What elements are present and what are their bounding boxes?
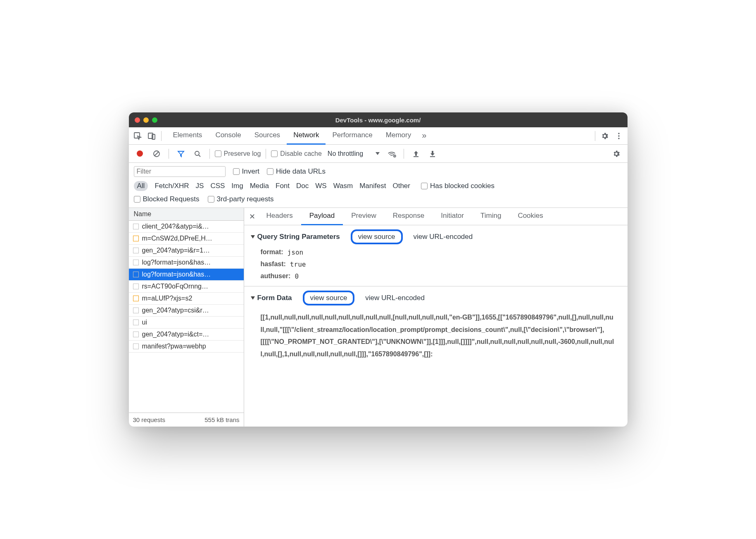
invert-checkbox[interactable]: Invert — [233, 167, 260, 176]
request-list[interactable]: client_204?&atyp=i&…m=CnSW2d,DPreE,H…gen… — [129, 221, 244, 413]
network-main: Name client_204?&atyp=i&…m=CnSW2d,DPreE,… — [129, 208, 628, 427]
type-filter-css[interactable]: CSS — [210, 182, 225, 190]
checkbox-icon — [271, 150, 278, 157]
tab-performance[interactable]: Performance — [326, 127, 379, 145]
disclosure-triangle-icon — [251, 296, 255, 300]
request-row[interactable]: m=CnSW2d,DPreE,H… — [129, 233, 244, 245]
svg-point-4 — [618, 135, 620, 137]
detail-tab-timing[interactable]: Timing — [472, 208, 509, 225]
preserve-log-checkbox[interactable]: Preserve log — [215, 150, 261, 157]
filter-input[interactable] — [134, 166, 226, 177]
request-row[interactable]: log?format=json&has… — [129, 257, 244, 269]
tab-elements[interactable]: Elements — [166, 127, 209, 145]
request-name: m=aLUfP?xjs=s2 — [142, 295, 193, 302]
type-filter-all[interactable]: All — [134, 181, 148, 191]
detail-tab-payload[interactable]: Payload — [301, 208, 343, 225]
param-row: authuser:0 — [261, 272, 621, 280]
settings-icon[interactable] — [598, 129, 612, 143]
tab-memory[interactable]: Memory — [379, 127, 418, 145]
third-party-checkbox[interactable]: 3rd-party requests — [208, 195, 274, 203]
kebab-menu-icon[interactable] — [612, 129, 626, 143]
svg-rect-11 — [414, 156, 418, 157]
upload-har-icon[interactable] — [409, 147, 423, 161]
payload-body: Query String Parameters view source view… — [244, 225, 628, 427]
request-name: manifest?pwa=webhp — [142, 343, 206, 350]
type-filter-fetchxhr[interactable]: Fetch/XHR — [155, 182, 189, 190]
summary-transfer: 555 kB trans — [204, 416, 239, 423]
query-string-params: format:jsonhasfast:trueauthuser:0 — [251, 248, 621, 280]
request-row[interactable]: gen_204?atyp=i&r=1… — [129, 245, 244, 257]
type-filter-img[interactable]: Img — [231, 182, 243, 190]
type-filter-media[interactable]: Media — [250, 182, 269, 190]
param-key: authuser: — [261, 272, 291, 280]
type-filter-other[interactable]: Other — [392, 182, 410, 190]
request-row[interactable]: manifest?pwa=webhp — [129, 341, 244, 353]
disclosure-triangle-icon — [251, 235, 255, 238]
network-filter-bar: Invert Hide data URLs All Fetch/XHR JS C… — [129, 163, 628, 208]
request-row[interactable]: rs=ACT90oFqOrnng… — [129, 281, 244, 293]
record-button[interactable] — [133, 147, 147, 161]
disable-cache-checkbox[interactable]: Disable cache — [271, 150, 322, 157]
svg-point-3 — [618, 133, 620, 134]
detail-tab-preview[interactable]: Preview — [343, 208, 384, 225]
hide-data-urls-checkbox[interactable]: Hide data URLs — [267, 167, 326, 176]
tab-console[interactable]: Console — [209, 127, 247, 145]
detail-tab-headers[interactable]: Headers — [258, 208, 301, 225]
document-file-icon — [133, 284, 139, 289]
request-row[interactable]: gen_204?atyp=i&ct=… — [129, 329, 244, 341]
type-filter-doc[interactable]: Doc — [296, 182, 309, 190]
more-tabs-button[interactable]: » — [418, 127, 430, 145]
request-name: ui — [142, 319, 147, 326]
filter-icon[interactable] — [174, 147, 188, 161]
checkbox-icon — [208, 196, 214, 203]
separator — [266, 149, 266, 159]
network-toolbar: Preserve log Disable cache No throttling — [129, 145, 628, 163]
formdata-view-urlencoded-link[interactable]: view URL-encoded — [365, 294, 425, 302]
separator — [404, 149, 404, 159]
form-data-title[interactable]: Form Data — [251, 294, 292, 302]
throttling-select[interactable]: No throttling — [328, 150, 380, 157]
param-row: hasfast:true — [261, 260, 621, 268]
request-row[interactable]: m=aLUfP?xjs=s2 — [129, 293, 244, 305]
search-icon[interactable] — [190, 147, 204, 161]
qsp-view-source-link[interactable]: view source — [351, 229, 403, 244]
type-filter-ws[interactable]: WS — [315, 182, 326, 190]
document-file-icon — [133, 224, 139, 229]
detail-tab-initiator[interactable]: Initiator — [433, 208, 472, 225]
device-toolbar-icon[interactable] — [145, 129, 159, 143]
inspect-element-icon[interactable] — [131, 129, 145, 143]
detail-tab-cookies[interactable]: Cookies — [509, 208, 551, 225]
request-row[interactable]: ui — [129, 317, 244, 329]
qsp-view-urlencoded-link[interactable]: view URL-encoded — [414, 233, 473, 241]
close-detail-button[interactable]: ✕ — [247, 212, 258, 221]
clear-icon[interactable] — [150, 147, 164, 161]
script-file-icon — [133, 236, 139, 241]
form-data-section: Form Data view source view URL-encoded [… — [244, 286, 628, 371]
type-filter-js[interactable]: JS — [196, 182, 204, 190]
document-file-icon — [133, 343, 139, 349]
network-settings-icon[interactable] — [609, 147, 623, 161]
param-value: json — [288, 248, 304, 256]
checkbox-icon — [233, 168, 240, 175]
type-filter-manifest[interactable]: Manifest — [359, 182, 386, 190]
type-filter-wasm[interactable]: Wasm — [333, 182, 353, 190]
svg-point-5 — [618, 138, 620, 139]
script-file-icon — [133, 296, 139, 301]
column-header-name[interactable]: Name — [129, 208, 244, 221]
request-row[interactable]: client_204?&atyp=i&… — [129, 221, 244, 233]
type-filter-font[interactable]: Font — [276, 182, 290, 190]
query-string-title[interactable]: Query String Parameters — [251, 233, 340, 241]
blocked-requests-checkbox[interactable]: Blocked Requests — [134, 195, 200, 203]
request-name: m=CnSW2d,DPreE,H… — [142, 235, 212, 242]
tab-sources[interactable]: Sources — [248, 127, 287, 145]
request-row[interactable]: gen_204?atyp=csi&r… — [129, 305, 244, 317]
download-har-icon[interactable] — [426, 147, 440, 161]
request-row[interactable]: log?format=json&has… — [129, 269, 244, 281]
formdata-view-source-link[interactable]: view source — [303, 291, 355, 305]
network-conditions-icon[interactable] — [385, 147, 399, 161]
has-blocked-cookies-checkbox[interactable]: Has blocked cookies — [421, 182, 494, 190]
tab-network[interactable]: Network — [287, 127, 326, 145]
detail-tab-response[interactable]: Response — [385, 208, 433, 225]
document-file-icon — [133, 332, 139, 337]
devtools-window: DevTools - www.google.com/ Elements Cons… — [129, 112, 628, 427]
